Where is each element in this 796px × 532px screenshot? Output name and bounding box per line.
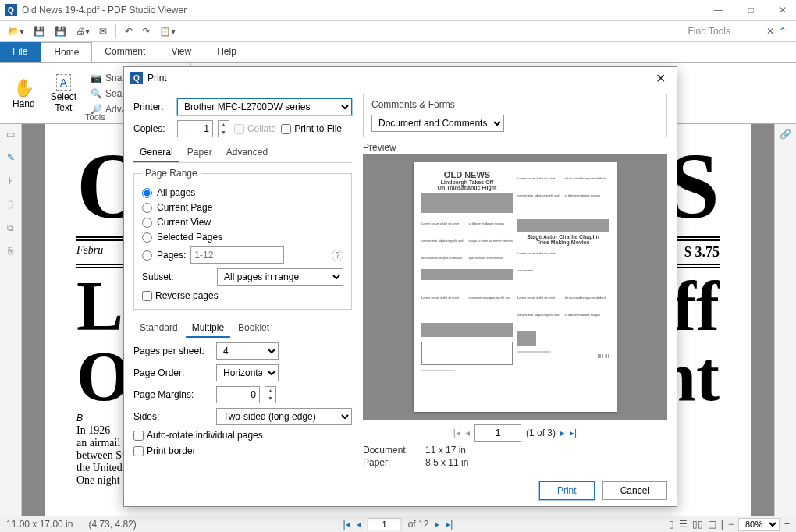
window-title: Old News 19-4.pdf - PDF Studio Viewer: [22, 5, 709, 16]
view-facing-icon[interactable]: ▯▯: [692, 519, 703, 530]
autorotate-checkbox[interactable]: [133, 431, 144, 441]
sides-select[interactable]: Two-sided (long edge): [216, 408, 352, 425]
mode-standard[interactable]: Standard: [133, 319, 184, 338]
pages-per-sheet-select[interactable]: 4: [216, 342, 279, 360]
margins-spinner[interactable]: ▲▼: [265, 386, 276, 403]
tab-advanced[interactable]: Advanced: [220, 144, 274, 162]
open-button[interactable]: 📂▾: [5, 24, 27, 38]
cancel-button[interactable]: Cancel: [602, 481, 667, 500]
menu-tabs: File Home Comment View Help: [0, 42, 796, 63]
cursor-coords: (4.73, 4.82): [88, 519, 136, 530]
minimize-button[interactable]: —: [709, 5, 728, 16]
copies-input[interactable]: [177, 120, 213, 137]
search-icon: 🔍: [91, 88, 102, 99]
view-single-icon[interactable]: ▯: [669, 519, 674, 530]
pages-help-icon[interactable]: ?: [332, 250, 343, 261]
find-tools[interactable]: Find Tools: [688, 26, 762, 37]
tab-view[interactable]: View: [158, 42, 204, 62]
link-panel-icon[interactable]: 🔗: [780, 129, 791, 140]
mail-button[interactable]: ✉: [96, 24, 110, 38]
preview-last-button[interactable]: ▸|: [570, 427, 577, 438]
preview-nav: |◂ ◂ (1 of 3) ▸ ▸|: [363, 424, 667, 442]
hand-tool[interactable]: ✋ Hand: [5, 75, 43, 112]
prev-page-button[interactable]: ◂: [357, 519, 361, 530]
expand-ribbon-icon[interactable]: ⌃: [779, 26, 787, 37]
attachments-panel-icon[interactable]: ⎘: [8, 246, 13, 257]
comments-panel-icon[interactable]: ⌷: [8, 199, 13, 210]
redo-button[interactable]: ↷: [139, 24, 153, 38]
last-page-button[interactable]: ▸|: [446, 519, 453, 530]
hand-icon: ✋: [13, 78, 34, 98]
print-dialog: Q Print ✕ Printer: Brother MFC-L2700DW s…: [123, 66, 677, 507]
dialog-app-icon: Q: [130, 72, 143, 84]
radio-all-pages[interactable]: [142, 188, 152, 198]
page-order-select[interactable]: Horizontal: [216, 364, 279, 381]
reverse-pages-checkbox[interactable]: [142, 291, 152, 301]
print-button[interactable]: 🖨▾: [73, 24, 93, 38]
layers-panel-icon[interactable]: ⧉: [7, 222, 14, 233]
mode-booklet[interactable]: Booklet: [232, 319, 275, 338]
left-panel: ▭ ✎ ⊦ ⌷ ⧉ ⎘: [0, 124, 22, 516]
print-confirm-button[interactable]: Print: [539, 481, 595, 500]
bookmarks-panel-icon[interactable]: ✎: [7, 152, 15, 163]
preview-page: OLD NEWS Lindbergh Takes Off On Transatl…: [414, 162, 617, 412]
maximize-button[interactable]: □: [744, 5, 759, 16]
subset-select[interactable]: All pages in range: [217, 268, 343, 286]
select-text-icon: A: [56, 74, 71, 91]
close-button[interactable]: ✕: [774, 5, 791, 16]
preview-first-button[interactable]: |◂: [453, 427, 460, 438]
zoom-in-button[interactable]: +: [784, 519, 790, 530]
close-findtools-icon[interactable]: ✕: [766, 26, 774, 37]
statusbar: 11.00 x 17.00 in (4.73, 4.82) |◂ ◂ of 12…: [0, 516, 796, 532]
save-button[interactable]: 💾: [30, 24, 48, 38]
comments-forms-box: Comments & Forms Document and Comments: [363, 94, 667, 137]
print-border-checkbox[interactable]: [133, 446, 144, 456]
copies-spinner[interactable]: ▲▼: [218, 120, 229, 137]
radio-current-page[interactable]: [142, 203, 152, 213]
dialog-close-button[interactable]: ✕: [651, 71, 670, 86]
tab-help[interactable]: Help: [204, 42, 250, 62]
page-count-label: of 12: [408, 519, 429, 530]
preview-prev-button[interactable]: ◂: [465, 427, 470, 438]
preview-next-button[interactable]: ▸: [560, 427, 565, 438]
print-to-file-checkbox[interactable]: [281, 124, 291, 134]
first-page-button[interactable]: |◂: [343, 519, 350, 530]
dialog-title: Print: [147, 73, 651, 83]
printer-select[interactable]: Brother MFC-L2700DW series: [177, 98, 352, 115]
radio-pages[interactable]: [142, 250, 152, 261]
app-icon: Q: [5, 4, 17, 16]
zoom-select[interactable]: 80%: [738, 518, 780, 531]
undo-button[interactable]: ↶: [122, 24, 136, 38]
tab-paper[interactable]: Paper: [181, 144, 219, 162]
preview-page-input[interactable]: [474, 424, 521, 442]
signatures-panel-icon[interactable]: ⊦: [9, 176, 13, 186]
select-text-tool[interactable]: A Select Text: [43, 71, 84, 116]
collate-checkbox: [234, 124, 244, 134]
preview-page-of: (1 of 3): [526, 427, 556, 438]
next-page-button[interactable]: ▸: [435, 519, 439, 530]
preview-box: OLD NEWS Lindbergh Takes Off On Transatl…: [363, 154, 667, 420]
pages-input: [190, 246, 284, 264]
tab-home[interactable]: Home: [41, 42, 92, 62]
comments-forms-select[interactable]: Document and Comments: [371, 115, 504, 132]
view-cover-icon[interactable]: ◫: [708, 519, 716, 530]
quick-toolbar: 📂▾ 💾 💾 🖨▾ ✉ ↶ ↷ 📋▾ Find Tools ✕ ⌃: [0, 21, 796, 42]
radio-current-view[interactable]: [142, 218, 152, 228]
save-all-button[interactable]: 💾: [52, 24, 69, 38]
preview-label: Preview: [363, 142, 667, 153]
page-number-input[interactable]: [368, 518, 402, 530]
mode-multiple[interactable]: Multiple: [186, 319, 230, 338]
camera-icon: 📷: [91, 73, 102, 83]
printer-label: Printer:: [133, 101, 172, 112]
tab-comment[interactable]: Comment: [92, 42, 158, 62]
history-button[interactable]: 📋▾: [156, 24, 179, 38]
copies-label: Copies:: [133, 123, 172, 134]
pages-panel-icon[interactable]: ▭: [6, 129, 15, 140]
radio-selected-pages[interactable]: [142, 232, 152, 243]
page-margins-input[interactable]: [216, 386, 260, 403]
tab-file[interactable]: File: [0, 42, 41, 62]
view-continuous-icon[interactable]: ☰: [679, 519, 688, 530]
right-panel: 🔗: [774, 124, 796, 516]
tab-general[interactable]: General: [133, 144, 179, 162]
zoom-out-button[interactable]: −: [728, 519, 734, 530]
